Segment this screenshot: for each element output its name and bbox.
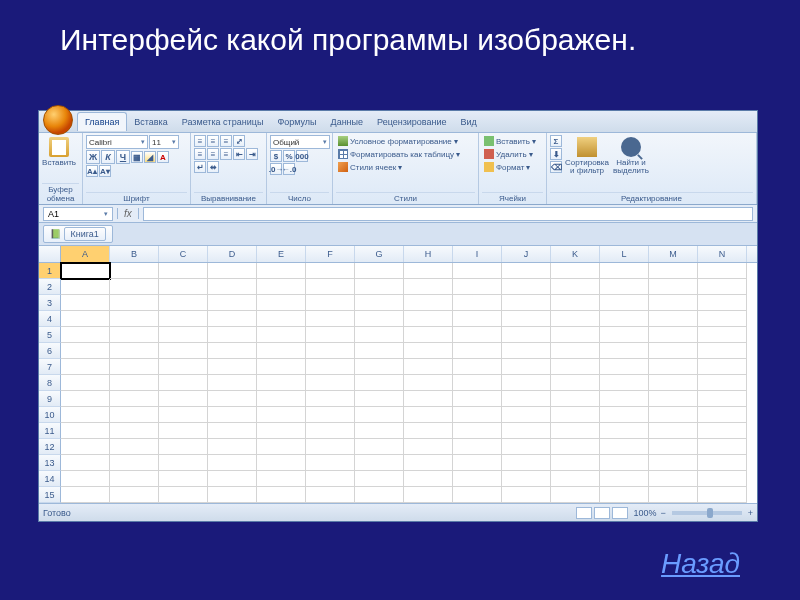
cell-N14[interactable]	[698, 471, 747, 487]
cell-H5[interactable]	[404, 327, 453, 343]
cell-G7[interactable]	[355, 359, 404, 375]
cell-C12[interactable]	[159, 439, 208, 455]
cell-I4[interactable]	[453, 311, 502, 327]
cell-I3[interactable]	[453, 295, 502, 311]
cell-D7[interactable]	[208, 359, 257, 375]
cell-K8[interactable]	[551, 375, 600, 391]
cell-G5[interactable]	[355, 327, 404, 343]
cell-F7[interactable]	[306, 359, 355, 375]
cell-N3[interactable]	[698, 295, 747, 311]
cell-H9[interactable]	[404, 391, 453, 407]
cell-M13[interactable]	[649, 455, 698, 471]
cell-E15[interactable]	[257, 487, 306, 503]
cell-G1[interactable]	[355, 263, 404, 279]
row-header-15[interactable]: 15	[39, 487, 61, 503]
cell-L11[interactable]	[600, 423, 649, 439]
cell-L3[interactable]	[600, 295, 649, 311]
cell-C15[interactable]	[159, 487, 208, 503]
cell-H11[interactable]	[404, 423, 453, 439]
cell-K13[interactable]	[551, 455, 600, 471]
align-left-button[interactable]: ≡	[194, 148, 206, 160]
zoom-in-button[interactable]: +	[748, 508, 753, 518]
cell-M3[interactable]	[649, 295, 698, 311]
cell-E2[interactable]	[257, 279, 306, 295]
cell-C1[interactable]	[159, 263, 208, 279]
row-header-3[interactable]: 3	[39, 295, 61, 311]
cell-L14[interactable]	[600, 471, 649, 487]
cell-E9[interactable]	[257, 391, 306, 407]
cell-D15[interactable]	[208, 487, 257, 503]
tab-insert[interactable]: Вставка	[127, 113, 174, 131]
cell-M2[interactable]	[649, 279, 698, 295]
cell-E4[interactable]	[257, 311, 306, 327]
cell-A14[interactable]	[61, 471, 110, 487]
shrink-font-button[interactable]: A▾	[99, 165, 111, 177]
cell-A1[interactable]	[61, 263, 110, 279]
cell-N15[interactable]	[698, 487, 747, 503]
zoom-out-button[interactable]: −	[660, 508, 665, 518]
cell-C7[interactable]	[159, 359, 208, 375]
row-header-4[interactable]: 4	[39, 311, 61, 327]
col-header-H[interactable]: H	[404, 246, 453, 262]
cell-L5[interactable]	[600, 327, 649, 343]
cell-A12[interactable]	[61, 439, 110, 455]
cell-B10[interactable]	[110, 407, 159, 423]
currency-button[interactable]: $	[270, 150, 282, 162]
cell-G11[interactable]	[355, 423, 404, 439]
col-header-G[interactable]: G	[355, 246, 404, 262]
cell-H1[interactable]	[404, 263, 453, 279]
cell-H7[interactable]	[404, 359, 453, 375]
cell-M10[interactable]	[649, 407, 698, 423]
cell-J4[interactable]	[502, 311, 551, 327]
cell-B9[interactable]	[110, 391, 159, 407]
cell-G10[interactable]	[355, 407, 404, 423]
cell-I7[interactable]	[453, 359, 502, 375]
cell-E11[interactable]	[257, 423, 306, 439]
cell-G6[interactable]	[355, 343, 404, 359]
tab-formulas[interactable]: Формулы	[270, 113, 323, 131]
row-header-5[interactable]: 5	[39, 327, 61, 343]
cell-L8[interactable]	[600, 375, 649, 391]
cell-M6[interactable]	[649, 343, 698, 359]
cell-D9[interactable]	[208, 391, 257, 407]
cell-A10[interactable]	[61, 407, 110, 423]
cell-A2[interactable]	[61, 279, 110, 295]
cell-D1[interactable]	[208, 263, 257, 279]
cell-F4[interactable]	[306, 311, 355, 327]
format-button[interactable]: Формат ▾	[482, 161, 532, 173]
cell-B4[interactable]	[110, 311, 159, 327]
cell-G12[interactable]	[355, 439, 404, 455]
cell-E6[interactable]	[257, 343, 306, 359]
cell-I6[interactable]	[453, 343, 502, 359]
cell-I2[interactable]	[453, 279, 502, 295]
align-top-button[interactable]: ≡	[194, 135, 206, 147]
bold-button[interactable]: Ж	[86, 150, 100, 164]
cell-H15[interactable]	[404, 487, 453, 503]
cell-B6[interactable]	[110, 343, 159, 359]
cell-H2[interactable]	[404, 279, 453, 295]
office-button[interactable]	[43, 105, 73, 135]
align-center-button[interactable]: ≡	[207, 148, 219, 160]
indent-inc-button[interactable]: ⇥	[246, 148, 258, 160]
cell-B5[interactable]	[110, 327, 159, 343]
cell-E12[interactable]	[257, 439, 306, 455]
row-header-10[interactable]: 10	[39, 407, 61, 423]
cell-B15[interactable]	[110, 487, 159, 503]
wrap-button[interactable]: ↵	[194, 161, 206, 173]
cell-C11[interactable]	[159, 423, 208, 439]
cell-L9[interactable]	[600, 391, 649, 407]
cell-A13[interactable]	[61, 455, 110, 471]
cell-C5[interactable]	[159, 327, 208, 343]
cell-K15[interactable]	[551, 487, 600, 503]
cell-I14[interactable]	[453, 471, 502, 487]
font-color-button[interactable]: A	[157, 151, 169, 163]
inc-decimal-button[interactable]: .0→	[270, 163, 282, 175]
cell-N11[interactable]	[698, 423, 747, 439]
cell-K11[interactable]	[551, 423, 600, 439]
cell-J11[interactable]	[502, 423, 551, 439]
cell-N9[interactable]	[698, 391, 747, 407]
cell-L1[interactable]	[600, 263, 649, 279]
row-header-2[interactable]: 2	[39, 279, 61, 295]
cell-N5[interactable]	[698, 327, 747, 343]
align-mid-button[interactable]: ≡	[207, 135, 219, 147]
